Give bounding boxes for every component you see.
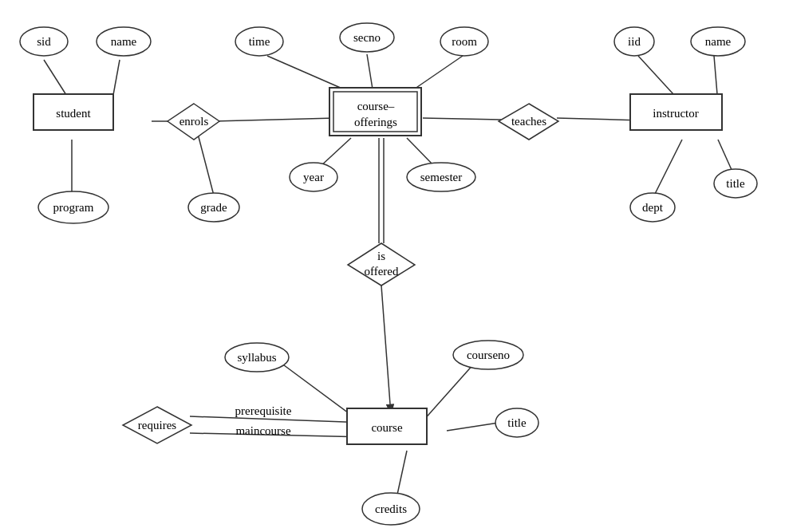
attr-dept: dept xyxy=(642,201,664,214)
svg-line-17 xyxy=(718,140,732,171)
attr-sname: name xyxy=(111,35,137,48)
attr-time: time xyxy=(249,35,270,48)
svg-line-24 xyxy=(397,451,407,495)
rel-enrols: enrols xyxy=(179,115,209,128)
svg-line-6 xyxy=(198,134,214,195)
attr-credits: credits xyxy=(375,502,407,515)
svg-line-16 xyxy=(654,140,682,195)
attr-sid: sid xyxy=(37,35,51,48)
label-prerequisite: prerequisite xyxy=(235,404,292,417)
attr-title-course: title xyxy=(507,416,527,429)
attr-secno: secno xyxy=(353,31,381,44)
attr-title-instructor: title xyxy=(726,177,745,190)
svg-line-22 xyxy=(423,363,475,421)
svg-line-25 xyxy=(190,416,367,423)
entity-student: student xyxy=(56,107,91,120)
svg-line-20 xyxy=(381,286,391,415)
svg-line-10 xyxy=(319,138,351,167)
attr-room: room xyxy=(452,35,477,48)
svg-line-23 xyxy=(447,423,499,431)
rel-requires: requires xyxy=(138,419,176,432)
svg-line-12 xyxy=(423,118,501,120)
rel-is-offered-2: offered xyxy=(364,265,399,278)
attr-iname: name xyxy=(705,35,732,48)
entity-instructor: instructor xyxy=(653,107,699,120)
attr-iid: iid xyxy=(628,35,641,48)
rel-teaches: teaches xyxy=(511,115,546,128)
svg-line-5 xyxy=(214,118,335,121)
svg-text:offerings: offerings xyxy=(354,116,397,128)
er-diagram: sid name program time secno room year se… xyxy=(0,0,785,532)
rel-is-offered: is xyxy=(377,250,385,262)
attr-program: program xyxy=(53,201,94,214)
attr-semester: semester xyxy=(420,171,462,183)
entity-course-offerings: course– xyxy=(357,100,395,112)
attr-syllabus: syllabus xyxy=(237,351,276,364)
attr-courseno: courseno xyxy=(467,349,510,361)
label-maincourse: maincourse xyxy=(235,424,290,437)
entity-course: course xyxy=(371,421,402,434)
attr-grade: grade xyxy=(200,201,227,214)
attr-year: year xyxy=(303,171,324,183)
